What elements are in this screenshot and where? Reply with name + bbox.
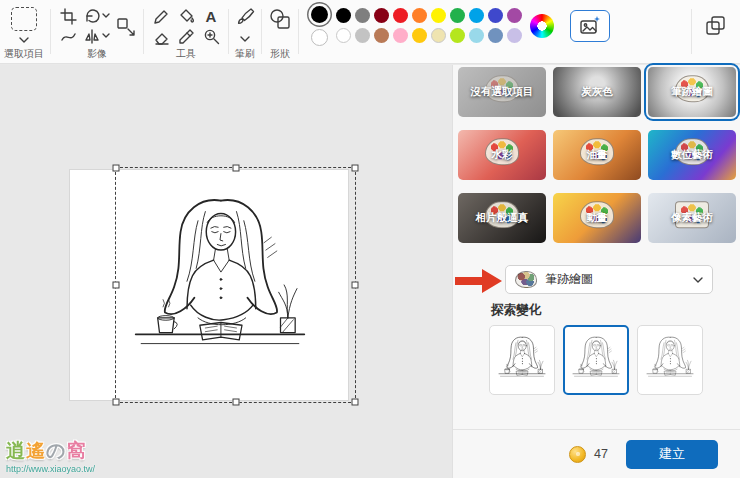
magnifier-tool-button[interactable]	[203, 28, 220, 45]
color-swatch[interactable]	[507, 8, 522, 23]
color-swatch[interactable]	[393, 8, 408, 23]
toolbar-separator	[691, 9, 692, 54]
shapes-button[interactable]	[268, 7, 292, 31]
toolbar: 選取項目	[0, 0, 740, 64]
red-arrow-annotation	[455, 267, 503, 295]
selection-tool-button[interactable]	[11, 7, 37, 31]
selection-group: 選取項目	[0, 0, 48, 63]
curve-adjust-button[interactable]	[60, 28, 77, 45]
style-card-oil-painting[interactable]: 油畫	[553, 130, 641, 180]
color-swatch[interactable]	[431, 28, 446, 43]
toolbar-separator	[261, 9, 262, 54]
palette-icon	[515, 271, 537, 288]
canvas-area[interactable]: 逍遙の窩 http://www.xiaoyao.tw/	[0, 65, 452, 478]
color-swatch[interactable]	[450, 28, 465, 43]
color-swatch[interactable]	[469, 28, 484, 43]
image-group: 影像	[53, 0, 141, 63]
text-tool-button[interactable]: A	[206, 9, 217, 25]
color-swatch[interactable]	[488, 8, 503, 23]
toolbar-separator	[143, 9, 144, 54]
site-watermark: 逍遙の窩 http://www.xiaoyao.tw/	[6, 438, 95, 474]
color-swatch[interactable]	[412, 8, 427, 23]
chevron-down-icon[interactable]	[19, 37, 29, 43]
style-card-charcoal[interactable]: 炭灰色	[553, 67, 641, 117]
selection-handle-s[interactable]	[232, 399, 239, 406]
color-swatch[interactable]	[374, 8, 389, 23]
brush-tool-button[interactable]	[235, 7, 255, 29]
style-card-anime[interactable]: 動畫	[553, 193, 641, 243]
crop-button[interactable]	[60, 8, 77, 25]
shapes-group-label: 形狀	[270, 48, 290, 60]
fill-tool-button[interactable]	[178, 8, 195, 25]
selection-handle-se[interactable]	[352, 399, 359, 406]
color-swatch[interactable]	[336, 28, 351, 43]
text-tool-icon: A	[206, 9, 217, 25]
color-picker-tool-button[interactable]	[178, 28, 195, 45]
toolbar-separator	[298, 9, 299, 54]
color-swatch[interactable]	[507, 28, 522, 43]
color-swatch[interactable]	[412, 28, 427, 43]
variation-thumb-2[interactable]	[563, 325, 629, 395]
style-card-digital-art[interactable]: 數位藝術	[648, 130, 736, 180]
tools-group: A 工具	[146, 0, 226, 63]
toolbar-separator	[50, 9, 51, 54]
color-palette	[336, 0, 522, 51]
color-palette-row-2	[336, 28, 522, 43]
eraser-tool-button[interactable]	[153, 28, 170, 45]
variation-thumbnails	[489, 325, 703, 395]
credits-count: 47	[594, 447, 608, 461]
resize-button[interactable]	[115, 16, 137, 38]
toolbar-separator	[228, 9, 229, 54]
primary-color-swatch[interactable]	[311, 6, 328, 23]
flip-button[interactable]	[84, 28, 110, 45]
rotate-button[interactable]	[84, 8, 110, 25]
selection-marquee[interactable]	[115, 167, 356, 403]
chevron-down-icon[interactable]	[240, 36, 250, 42]
color-swatch[interactable]	[355, 8, 370, 23]
variation-thumb-3[interactable]	[637, 325, 703, 395]
style-dropdown[interactable]: 筆跡繪圖	[505, 265, 713, 294]
panel-footer: 47 建立	[453, 429, 740, 478]
paint-window: 選取項目	[0, 0, 740, 478]
variations-title: 探索變化	[491, 302, 541, 319]
secondary-color-swatch[interactable]	[311, 29, 328, 46]
color-palette-row-1	[336, 8, 522, 23]
style-card-pixel-art[interactable]: 像素藝術	[648, 193, 736, 243]
selection-handle-w[interactable]	[113, 282, 120, 289]
tools-group-label: 工具	[176, 48, 196, 60]
style-card-ink-drawing[interactable]: 筆跡繪圖	[648, 67, 736, 117]
cocreator-button[interactable]	[570, 10, 610, 42]
watermark-url: http://www.xiaoyao.tw/	[6, 464, 95, 474]
chevron-down-icon	[693, 277, 703, 283]
selection-handle-sw[interactable]	[113, 399, 120, 406]
variation-thumb-1[interactable]	[489, 325, 555, 395]
layers-button[interactable]	[700, 10, 732, 42]
selection-handle-e[interactable]	[352, 282, 359, 289]
color-swatch[interactable]	[393, 28, 408, 43]
selection-handle-n[interactable]	[232, 165, 239, 172]
style-dropdown-value: 筆跡繪圖	[545, 271, 685, 288]
selection-handle-ne[interactable]	[352, 165, 359, 172]
credits-coin-icon	[569, 446, 586, 463]
selection-group-label: 選取項目	[4, 48, 44, 60]
create-button[interactable]: 建立	[626, 440, 718, 469]
style-cards-grid: 沒有選取項目 炭灰色 筆跡繪圖 水彩 油畫 數位藝術	[458, 67, 736, 243]
style-card-watercolor[interactable]: 水彩	[458, 130, 546, 180]
pencil-tool-button[interactable]	[153, 8, 170, 25]
style-card-photorealistic[interactable]: 相片般逼真	[458, 193, 546, 243]
image-group-label: 影像	[87, 48, 107, 60]
color-swatch[interactable]	[355, 28, 370, 43]
watermark-title: 逍遙の窩	[6, 438, 95, 464]
color-swatch[interactable]	[450, 8, 465, 23]
color-swatch[interactable]	[431, 8, 446, 23]
brushes-group-label: 筆刷	[235, 48, 255, 60]
selection-handle-nw[interactable]	[113, 165, 120, 172]
color-swatch[interactable]	[336, 8, 351, 23]
color-wheel-button[interactable]	[530, 14, 554, 38]
style-card-none[interactable]: 沒有選取項目	[458, 67, 546, 117]
color-swatch[interactable]	[488, 28, 503, 43]
color-swatch[interactable]	[469, 8, 484, 23]
cocreator-panel: 沒有選取項目 炭灰色 筆跡繪圖 水彩 油畫 數位藝術	[452, 65, 740, 478]
shapes-group: 形狀	[264, 0, 296, 63]
color-swatch[interactable]	[374, 28, 389, 43]
